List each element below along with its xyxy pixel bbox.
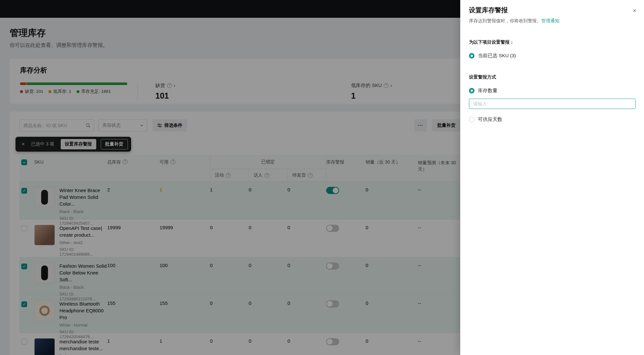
option-current-selected-sku[interactable]: 当前已选 SKU (3)	[469, 53, 636, 59]
radio-selected-icon[interactable]	[469, 88, 474, 93]
option-label: 库存数量	[478, 88, 497, 94]
alert-target-section-label: 为以下项目设置警报：	[469, 39, 636, 45]
alert-method-section-label: 设置警报方式	[469, 74, 636, 80]
set-stock-alert-drawer: 设置库存警报 × 库存达到警报值时，你将收到警报。管理通知 为以下项目设置警报：…	[460, 0, 644, 355]
radio-unselected-icon[interactable]	[469, 117, 474, 122]
manage-notifications-link[interactable]: 管理通知	[541, 18, 559, 23]
drawer-subtitle-text: 库存达到警报值时，你将收到警报。	[469, 18, 541, 23]
radio-selected-icon[interactable]	[469, 53, 474, 59]
drawer-title: 设置库存警报	[469, 6, 636, 15]
option-label: 当前已选 SKU (3)	[478, 53, 516, 59]
close-icon[interactable]: ×	[633, 8, 636, 14]
option-stock-quantity[interactable]: 库存数量	[469, 88, 636, 94]
alert-threshold-input[interactable]	[469, 99, 636, 109]
option-days-of-supply[interactable]: 可供应天数	[469, 116, 636, 123]
drawer-subtitle: 库存达到警报值时，你将收到警报。管理通知	[469, 18, 636, 24]
option-label: 可供应天数	[478, 116, 502, 123]
